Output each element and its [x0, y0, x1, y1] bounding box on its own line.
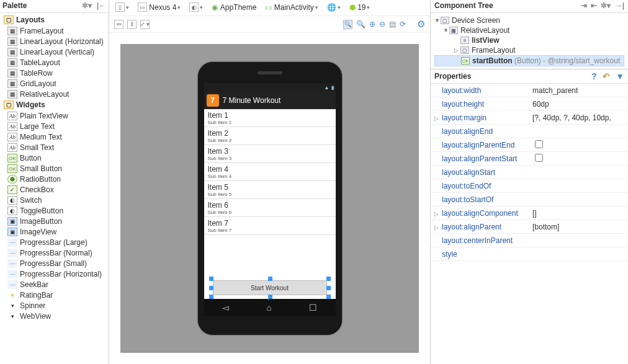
property-row[interactable]: layout:widthmatch_parent — [431, 84, 628, 97]
property-row[interactable]: layout:alignParentEnd — [431, 138, 628, 152]
palette-item[interactable]: ✓CheckBox — [0, 184, 109, 195]
palette-item[interactable]: ▾WebView — [0, 311, 109, 321]
expand-all-icon[interactable]: ⇥ — [581, 1, 587, 10]
palette-item[interactable]: ▦FrameLayout — [0, 25, 109, 36]
zoom-out-icon[interactable]: ⊖ — [379, 20, 385, 29]
gear-icon[interactable]: ✲▾ — [82, 1, 92, 10]
palette-item[interactable]: —ProgressBar (Large) — [0, 237, 109, 247]
theme-picker[interactable]: ◉ AppTheme — [209, 2, 259, 13]
refresh-icon[interactable]: ⟳ — [400, 20, 406, 29]
tree-node-relative-layout[interactable]: ▼▦ RelativeLayout — [434, 25, 624, 35]
property-row[interactable]: layout:alignEnd — [431, 125, 628, 138]
palette-item[interactable]: ▦GridLayout — [0, 78, 109, 89]
property-row[interactable]: layout:centerInParent — [431, 234, 628, 247]
palette-item[interactable]: ▣ImageView — [0, 226, 109, 237]
component-tree[interactable]: ▼▢ Device Screen ▼▦ RelativeLayout ≡ lis… — [431, 13, 628, 69]
align-icon[interactable]: ⇕ — [127, 20, 137, 29]
palette-item[interactable]: ▦LinearLayout (Horizontal) — [0, 36, 109, 47]
widget-icon: ▣ — [7, 228, 17, 236]
property-row[interactable]: ▷layout:margin[?, 40dp, ?, 40dp, 10dp, — [431, 111, 628, 125]
collapse-all-icon[interactable]: ⇤ — [591, 1, 597, 10]
widget-icon: OK — [7, 164, 17, 173]
tree-node-listview[interactable]: ≡ listView — [434, 35, 624, 45]
palette-item[interactable]: AbMedium Text — [0, 131, 109, 142]
design-area: ▯▾ ▭ Nexus 4▾ ◐▾ ◉ AppTheme ▭ MainActivi… — [109, 0, 431, 364]
gear-icon[interactable]: ✲▾ — [601, 1, 611, 10]
page-icon[interactable]: ▤ — [389, 20, 396, 29]
recents-icon[interactable]: ☐ — [309, 303, 317, 313]
property-checkbox[interactable] — [535, 154, 543, 162]
property-row[interactable]: style — [431, 247, 628, 261]
palette-item[interactable]: ▦TableLayout — [0, 57, 109, 68]
widget-icon: — — [7, 280, 17, 289]
palette-item[interactable]: OKSmall Button — [0, 163, 109, 174]
layout-icon: ▦ — [7, 90, 17, 99]
tree-node-framelayout[interactable]: ▷▢ FrameLayout — [434, 45, 624, 55]
list-item[interactable]: Item 2Sub Item 2 — [204, 127, 336, 145]
property-row[interactable]: ▷layout:alignComponent[] — [431, 206, 628, 220]
tree-node-start-button[interactable]: OK startButton (Button) - @string/start_… — [434, 55, 624, 66]
palette-item[interactable]: AbPlain TextView — [0, 110, 109, 121]
palette-item[interactable]: ▦TableRow — [0, 68, 109, 78]
palette-item[interactable]: ▣ImageButton — [0, 216, 109, 226]
property-checkbox[interactable] — [535, 140, 543, 148]
back-icon[interactable]: ◅ — [222, 303, 229, 313]
palette-category-widgets[interactable]: ▢ Widgets — [0, 99, 109, 110]
list-item[interactable]: Item 4Sub Item 4 — [204, 163, 336, 181]
list-item[interactable]: Item 1Sub Item 1 — [204, 109, 336, 127]
filter-icon[interactable]: ▼ — [616, 71, 624, 81]
home-icon[interactable]: ⌂ — [266, 303, 271, 313]
palette-item[interactable]: ▦RelativeLayout — [0, 89, 109, 99]
activity-picker[interactable]: ▭ MainActivity▾ — [262, 2, 320, 13]
zoom-actual-icon[interactable]: 🔍 — [356, 20, 366, 29]
list-view[interactable]: Item 1Sub Item 1Item 2Sub Item 2Item 3Su… — [204, 109, 336, 277]
palette-category-layouts[interactable]: ▢ Layouts — [0, 14, 109, 25]
list-item[interactable]: Item 3Sub Item 3 — [204, 145, 336, 163]
undo-icon[interactable]: ↶ — [603, 71, 610, 81]
palette-item[interactable]: ◐ToggleButton — [0, 205, 109, 216]
help-icon[interactable]: ? — [591, 71, 597, 81]
api-picker[interactable]: ⬢ 19▾ — [347, 2, 373, 13]
palette-item[interactable]: AbLarge Text — [0, 121, 109, 131]
list-item[interactable]: Item 5Sub Item 5 — [204, 181, 336, 199]
properties-header: Properties ? ↶ ▼ — [431, 69, 628, 84]
property-row[interactable]: layout:alignParentStart — [431, 152, 628, 166]
device-screen[interactable]: ▲ ▮ 7 7 Minute Workout Item 1Sub Item 1I… — [204, 83, 336, 316]
property-row[interactable]: layout:height60dp — [431, 97, 628, 111]
expand-icon[interactable]: ⤢▾ — [140, 20, 150, 29]
list-item[interactable]: Item 6Sub Item 6 — [204, 199, 336, 217]
orientation-button[interactable]: ▯▾ — [113, 1, 132, 13]
palette-item[interactable]: —ProgressBar (Small) — [0, 258, 109, 269]
palette-body[interactable]: ▢ Layouts ▦FrameLayout▦LinearLayout (Hor… — [0, 13, 109, 324]
start-workout-button[interactable]: Start Workout ↓ — [213, 280, 327, 295]
palette-item[interactable]: ▾Spinner — [0, 300, 109, 311]
property-row[interactable]: layout:toEndOf — [431, 179, 628, 193]
daynight-button[interactable]: ◐▾ — [187, 1, 205, 13]
palette-item[interactable]: AbSmall Text — [0, 142, 109, 153]
palette-item[interactable]: ▦LinearLayout (Vertical) — [0, 47, 109, 57]
resize-arrow-icon[interactable]: ↓ — [267, 293, 271, 302]
property-row[interactable]: ▷layout:alignParent[bottom] — [431, 220, 628, 234]
locale-picker[interactable]: 🌐▾ — [325, 2, 343, 13]
hide-icon[interactable]: →| — [615, 1, 624, 10]
tree-node-device-screen[interactable]: ▼▢ Device Screen — [434, 16, 624, 25]
palette-item[interactable]: —SeekBar — [0, 279, 109, 290]
widget-icon: Ab — [7, 133, 17, 141]
palette-item[interactable]: —ProgressBar (Horizontal) — [0, 269, 109, 279]
palette-item[interactable]: ★RatingBar — [0, 290, 109, 300]
properties-title: Properties — [434, 72, 471, 81]
zoom-in-icon[interactable]: ⊕ — [369, 20, 375, 29]
palette-item[interactable]: RadioButton — [0, 174, 109, 184]
zoom-fit-icon[interactable]: 🔍 — [343, 20, 352, 29]
align-icon[interactable]: ⇔ — [114, 20, 123, 29]
palette-item[interactable]: OKButton — [0, 153, 109, 163]
collapse-icon[interactable]: |← — [97, 1, 106, 10]
palette-item[interactable]: —ProgressBar (Normal) — [0, 247, 109, 258]
design-canvas[interactable]: ▲ ▮ 7 7 Minute Workout Item 1Sub Item 1I… — [120, 44, 419, 353]
list-item[interactable]: Item 7Sub Item 7 — [204, 217, 336, 235]
palette-item[interactable]: ◐Switch — [0, 195, 109, 205]
property-row[interactable]: layout:alignStart — [431, 166, 628, 179]
settings-gear-icon[interactable]: ⚙ — [417, 19, 425, 30]
property-row[interactable]: layout:toStartOf — [431, 193, 628, 206]
device-picker[interactable]: ▭ Nexus 4▾ — [135, 1, 183, 13]
